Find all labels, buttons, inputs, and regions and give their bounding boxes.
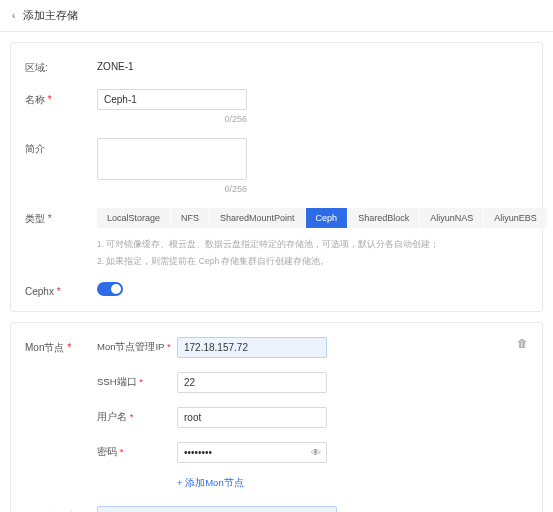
mon-panel: Mon节点 Mon节点管理IP 🗑 SSH端口 用户名 密码 👁 xyxy=(10,322,543,513)
intro-counter: 0/256 xyxy=(97,184,247,194)
tab-sharedblock[interactable]: SharedBlock xyxy=(348,208,420,228)
name-counter: 0/256 xyxy=(97,114,247,124)
zone-label: 区域: xyxy=(25,57,97,75)
intro-input[interactable] xyxy=(97,138,247,180)
pass-label: 密码 xyxy=(97,442,177,459)
tab-aliyunnas[interactable]: AliyunNAS xyxy=(420,208,484,228)
eye-icon[interactable]: 👁 xyxy=(311,447,321,458)
ssh-label: SSH端口 xyxy=(97,372,177,389)
mon-ip-label: Mon节点管理IP xyxy=(97,337,177,354)
imgcache-value[interactable]: pool-c6a26b34658749709c668ab133b8f9e4 xyxy=(97,506,337,513)
zone-value: ZONE-1 xyxy=(97,57,528,72)
name-label: 名称 xyxy=(25,89,97,107)
tab-ceph[interactable]: Ceph xyxy=(306,208,349,228)
tab-aliyunebs[interactable]: AliyunEBS xyxy=(484,208,548,228)
cephx-label: Cephx xyxy=(25,282,97,297)
type-tabs: LocalStorage NFS SharedMountPoint Ceph S… xyxy=(97,208,548,228)
delete-mon-icon[interactable]: 🗑 xyxy=(517,337,528,349)
tab-sharedmountpoint[interactable]: SharedMountPoint xyxy=(210,208,306,228)
basic-panel: 区域: ZONE-1 名称 0/256 简介 0/256 类型 LocalSto… xyxy=(10,42,543,312)
user-input[interactable] xyxy=(177,407,327,428)
user-label: 用户名 xyxy=(97,407,177,424)
page-title: 添加主存储 xyxy=(23,8,78,23)
type-label: 类型 xyxy=(25,208,97,226)
tab-nfs[interactable]: NFS xyxy=(171,208,210,228)
imgcache-label: 镜像缓存池名 xyxy=(25,506,97,513)
ssh-input[interactable] xyxy=(177,372,327,393)
add-mon-link[interactable]: + 添加Mon节点 xyxy=(177,477,528,490)
back-icon[interactable]: ‹ xyxy=(12,10,15,21)
cephx-toggle[interactable] xyxy=(97,282,123,296)
type-hint-1: 1. 可对镜像缓存、根云盘、数据云盘指定特定的存储池，可选项，默认分各自动创建； xyxy=(97,238,548,251)
name-input[interactable] xyxy=(97,89,247,110)
mon-ip-input[interactable] xyxy=(177,337,327,358)
type-hint-2: 2. 如果指定，则需提前在 Ceph 存储集群自行创建存储池。 xyxy=(97,255,548,268)
mon-label: Mon节点 xyxy=(25,337,97,355)
intro-label: 简介 xyxy=(25,138,97,156)
tab-localstorage[interactable]: LocalStorage xyxy=(97,208,171,228)
pass-input[interactable] xyxy=(177,442,327,463)
